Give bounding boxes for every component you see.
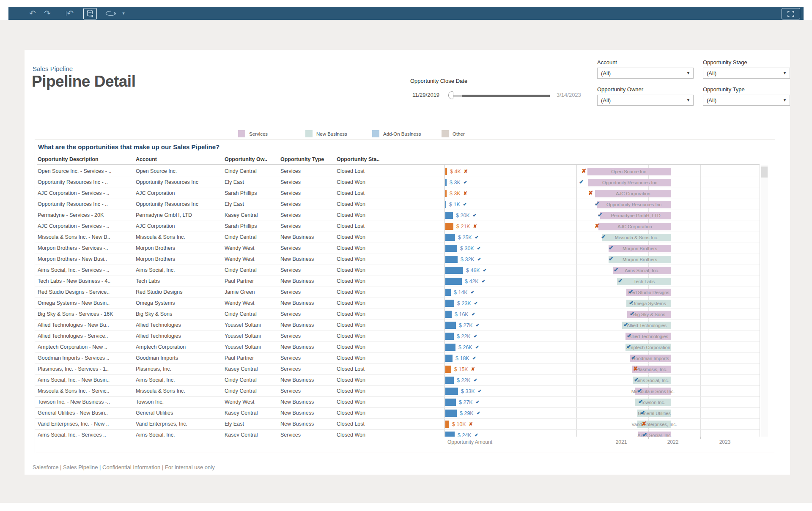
cell-account[interactable]: Red Studio Designs	[136, 287, 221, 298]
check-icon[interactable]: ✔	[628, 288, 633, 295]
cell-description[interactable]: Opportunity Resources Inc - ..	[38, 177, 133, 188]
opportunity-bar[interactable]	[445, 421, 449, 428]
gantt-pill[interactable]: Open Source Inc.	[587, 168, 671, 175]
scrollbar-thumb[interactable]	[761, 167, 768, 178]
gantt-pill[interactable]: Allied Technologies	[625, 333, 671, 340]
cell-owner[interactable]: Sarah Phillips	[225, 221, 278, 232]
cell-owner[interactable]: Cindy Central	[225, 375, 278, 385]
cell-type[interactable]: New Business	[280, 254, 334, 265]
cell-account[interactable]: Tech Labs	[136, 276, 221, 287]
cell-stage[interactable]: Closed Won	[337, 232, 442, 243]
cell-account[interactable]: Morpon Brothers	[136, 243, 221, 254]
cell-account[interactable]: Plasmosis, Inc.	[136, 364, 221, 374]
gantt-pill[interactable]: Opportunity Resources Inc	[588, 179, 671, 186]
cell-stage[interactable]: Closed Won	[337, 331, 442, 342]
gantt-pill[interactable]: Opportunity Resources Inc	[597, 201, 671, 208]
filter-account-select[interactable]: (All)▼	[597, 68, 694, 79]
gantt-pill[interactable]: Morpon Brothers	[609, 245, 671, 252]
gantt-pill[interactable]: Permadyne GmbH, LTD	[600, 212, 671, 219]
cell-account[interactable]: Missoula & Sons Inc.	[136, 232, 221, 243]
cell-description[interactable]: AJC Corporation - Services - ..	[38, 188, 133, 199]
cell-type[interactable]: Services	[280, 177, 334, 188]
x-icon[interactable]: ✘	[582, 167, 586, 174]
cell-stage[interactable]: Closed Won	[337, 309, 442, 320]
opportunity-bar[interactable]	[445, 278, 462, 285]
check-icon[interactable]: ✔	[601, 233, 606, 240]
cell-owner[interactable]: Wendy West	[225, 254, 278, 265]
cell-stage[interactable]: Closed Won	[337, 199, 442, 210]
gantt-pill[interactable]: Goodman Imports	[630, 355, 671, 362]
cell-stage[interactable]: Closed Won	[337, 353, 442, 363]
cell-stage[interactable]: Closed Lost	[337, 419, 442, 429]
x-icon[interactable]: ✘	[588, 189, 593, 196]
cell-description[interactable]: Aims Social, Inc. - Services ..	[38, 430, 133, 437]
gantt-pill[interactable]: AJC Corporation	[595, 190, 671, 197]
cell-description[interactable]: Allied Technologies - Service..	[38, 331, 133, 342]
cell-owner[interactable]: Wendy West	[225, 397, 278, 407]
opportunity-bar[interactable]	[445, 190, 447, 197]
check-icon[interactable]: ✔	[609, 255, 613, 262]
check-icon[interactable]: ✔	[634, 376, 639, 383]
cell-stage[interactable]: Closed Won	[337, 298, 442, 309]
check-icon[interactable]: ✔	[642, 431, 647, 437]
cell-description[interactable]: Missoula & Sons Inc. - New B..	[38, 232, 133, 243]
cell-owner[interactable]: Paul Partner	[225, 353, 278, 363]
cell-description[interactable]: Plasmosis, Inc. - Services - 1..	[38, 364, 133, 374]
opportunity-bar[interactable]	[445, 410, 457, 417]
cell-description[interactable]: Aims Social, Inc. - New Busin..	[38, 375, 133, 385]
opportunity-bar[interactable]	[445, 344, 455, 351]
cell-account[interactable]: Aims Social, Inc.	[136, 265, 221, 276]
cell-description[interactable]: Omega Systems - New Busin..	[38, 298, 133, 309]
cell-owner[interactable]: Cindy Central	[225, 265, 278, 276]
opportunity-bar[interactable]	[445, 234, 455, 241]
gantt-pill[interactable]: Tech Labs	[617, 278, 671, 285]
check-icon[interactable]: ✔	[618, 277, 623, 284]
cell-account[interactable]: Opportunity Resources Inc	[136, 199, 221, 210]
cell-owner[interactable]: Youssef Soltani	[225, 320, 278, 331]
fullscreen-button[interactable]	[782, 8, 800, 19]
refresh-data-paused-icon[interactable]	[83, 8, 97, 19]
cell-type[interactable]: New Business	[280, 342, 334, 353]
check-icon[interactable]: ✔	[637, 387, 642, 394]
cell-account[interactable]: Big Sky & Sons	[136, 309, 221, 320]
cell-owner[interactable]: Cindy Central	[225, 309, 278, 320]
gantt-pill[interactable]: AJC Corporation	[598, 223, 671, 230]
opportunity-bar[interactable]	[445, 267, 463, 274]
check-icon[interactable]: ✔	[627, 332, 631, 339]
cell-description[interactable]: Towson Inc. - New Business -..	[38, 397, 133, 407]
cell-owner[interactable]: Kasey Central	[225, 408, 278, 418]
cell-description[interactable]: Missoula & Sons Inc. - Servic..	[38, 386, 133, 396]
cell-account[interactable]: Vand Enterprises, Inc.	[136, 419, 221, 429]
cell-description[interactable]: Allied Technologies - New Bu..	[38, 320, 133, 331]
opportunity-bar[interactable]	[445, 168, 447, 175]
legend-item-add-on-business[interactable]: Add-On Business	[372, 130, 421, 137]
cell-type[interactable]: Services	[280, 210, 334, 221]
cell-stage[interactable]: Closed Lost	[337, 364, 442, 374]
caret-down-icon[interactable]: ▾	[119, 7, 128, 20]
cell-description[interactable]: Vand Enterprises, Inc. - New ..	[38, 419, 133, 429]
cell-stage[interactable]: Closed Won	[337, 243, 442, 254]
cell-owner[interactable]: Ely East	[225, 199, 278, 210]
cell-type[interactable]: New Business	[280, 408, 334, 418]
x-icon[interactable]: ✘	[595, 222, 599, 229]
cell-account[interactable]: Amptech Corporation	[136, 342, 221, 353]
opportunity-bar[interactable]	[445, 388, 458, 395]
slider-handle[interactable]	[448, 91, 453, 99]
check-icon[interactable]: ✔	[595, 200, 599, 207]
check-icon[interactable]: ✔	[609, 244, 613, 251]
cell-owner[interactable]: Cindy Central	[225, 232, 278, 243]
gantt-pill[interactable]: Missoula & Sons Inc.	[602, 234, 671, 241]
cell-owner[interactable]: Jamie Green	[225, 287, 278, 298]
check-icon[interactable]: ✔	[623, 321, 628, 328]
auto-update-icon[interactable]	[104, 7, 118, 20]
cell-owner[interactable]: Kasey Central	[225, 364, 278, 374]
redo-icon[interactable]: ↷	[40, 7, 55, 20]
cell-type[interactable]: Services	[280, 265, 334, 276]
cell-stage[interactable]: Closed Won	[337, 287, 442, 298]
cell-description[interactable]: Open Source Inc. - Services - ..	[38, 166, 133, 177]
cell-owner[interactable]: Kasey Central	[225, 210, 278, 221]
slider-track-unselected[interactable]	[453, 95, 462, 97]
cell-description[interactable]: Amptech Corporation - New ..	[38, 342, 133, 353]
filter-opportunity-stage-select[interactable]: (All)▼	[703, 68, 790, 79]
gantt-pill[interactable]: Aims Social, Inc.	[613, 267, 671, 274]
